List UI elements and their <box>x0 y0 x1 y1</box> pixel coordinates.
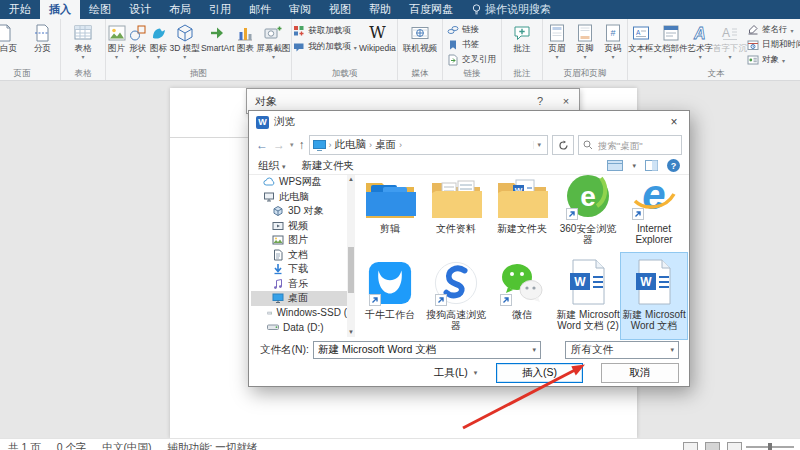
tab-references[interactable]: 引用 <box>200 0 240 19</box>
link-button[interactable]: 链接 <box>447 24 496 36</box>
tab-layout[interactable]: 布局 <box>160 0 200 19</box>
file-tile-word-doc-selected[interactable]: W 新建 Microsoft Word 文档 <box>621 253 687 339</box>
sidebar-item-this-pc[interactable]: 此电脑 <box>251 190 347 205</box>
file-tile-new-folder[interactable]: W 新建文件夹 <box>489 167 555 253</box>
page-break-button[interactable]: 分页 <box>32 20 52 54</box>
dialog-close-button[interactable]: × <box>553 95 579 107</box>
online-video-button[interactable]: 联机视频 <box>403 20 437 54</box>
web-layout-button[interactable] <box>727 442 742 450</box>
zoom-slider-knob[interactable] <box>768 443 772 450</box>
tab-home[interactable]: 开始 <box>0 0 40 19</box>
tab-design[interactable]: 设计 <box>120 0 160 19</box>
file-tile-word-doc-2[interactable]: W 新建 Microsoft Word 文档 (2) <box>555 253 621 339</box>
table-button[interactable]: 表格 ▾ <box>73 20 93 60</box>
filetype-select[interactable]: 所有文件 ▾ <box>565 341 679 359</box>
signature-line-button[interactable]: 签名行 ▾ <box>747 24 800 36</box>
scroll-down-icon[interactable]: ▼ <box>347 328 355 337</box>
search-icon <box>583 140 593 150</box>
3d-models-button[interactable]: 3D 模型 ▾ <box>170 20 200 60</box>
tools-button[interactable]: 工具(L) ▾ <box>434 366 477 380</box>
bookmark-button[interactable]: 书签 <box>447 39 496 51</box>
status-page-count[interactable]: 共 1 页 <box>8 441 41 450</box>
quick-parts-button[interactable]: 文档部件 ▾ <box>654 20 688 60</box>
drop-cap-icon: A <box>720 22 740 44</box>
history-dropdown-icon[interactable]: ▾ <box>290 141 294 149</box>
text-box-button[interactable]: A 文本框 ▾ <box>628 20 654 60</box>
status-language[interactable]: 中文(中国) <box>102 441 151 450</box>
cross-reference-icon <box>447 54 459 66</box>
cross-reference-button[interactable]: 交叉引用 <box>447 54 496 66</box>
sidebar-scrollbar[interactable]: ▲ ▼ <box>347 175 355 337</box>
pictures-button[interactable]: 图片 ▾ <box>107 20 127 60</box>
file-tile-wechat[interactable]: 微信 <box>489 253 555 339</box>
tab-review[interactable]: 审阅 <box>280 0 320 19</box>
file-tile-internet-explorer[interactable]: e Internet Explorer <box>621 167 687 253</box>
chart-button[interactable]: 图表 <box>235 20 255 54</box>
object-button[interactable]: 对象 ▾ <box>747 54 800 66</box>
dialog-help-button[interactable]: ? <box>527 95 553 107</box>
tab-view[interactable]: 视图 <box>320 0 360 19</box>
status-word-count[interactable]: 0 个字 <box>57 441 87 450</box>
screenshot-button[interactable]: 屏幕截图 ▾ <box>256 20 290 60</box>
wikipedia-button[interactable]: W Wikipedia <box>359 20 396 54</box>
file-tile-clips-folder[interactable]: 剪辑 <box>357 167 423 253</box>
back-button[interactable]: ← <box>256 138 268 152</box>
search-box[interactable] <box>578 135 682 155</box>
insert-button[interactable]: 插入(S) <box>496 363 583 383</box>
tab-baidu-netdisk[interactable]: 百度网盘 <box>400 0 462 19</box>
organize-button[interactable]: 组织 ▾ <box>258 159 285 173</box>
sidebar-item-downloads[interactable]: 下载 <box>251 262 347 277</box>
sidebar-item-wps-cloud[interactable]: WPS网盘 <box>251 175 347 190</box>
file-tile-documents-folder[interactable]: 文件资料 <box>423 167 489 253</box>
sidebar-item-music[interactable]: 音乐 <box>251 277 347 292</box>
sidebar-item-windows-ssd[interactable]: Windows-SSD ( <box>251 306 347 321</box>
footer-button[interactable]: 页脚 ▾ <box>576 20 594 60</box>
up-button[interactable]: ↑ <box>299 138 305 152</box>
scroll-up-icon[interactable]: ▲ <box>347 175 355 184</box>
my-addins-button[interactable]: 我的加载项 ▾ <box>293 41 357 53</box>
tab-draw[interactable]: 绘图 <box>80 0 120 19</box>
shapes-button[interactable]: 形状 ▾ <box>128 20 148 60</box>
file-tile-sogou-browser[interactable]: 搜狗高速浏览器 <box>423 253 489 339</box>
breadcrumb-this-pc[interactable]: 此电脑 <box>335 138 367 152</box>
tell-me-search[interactable]: 操作说明搜索 <box>462 0 561 19</box>
address-dropdown-icon[interactable]: ▾ <box>533 141 544 149</box>
new-folder-button[interactable]: 新建文件夹 <box>301 159 354 173</box>
breadcrumb-desktop[interactable]: 桌面 <box>375 138 396 152</box>
sidebar-item-data-d[interactable]: Data (D:) <box>251 320 347 335</box>
tab-mailings[interactable]: 邮件 <box>240 0 280 19</box>
page-number-button[interactable]: # 页码 ▾ <box>604 20 622 60</box>
sidebar-item-documents[interactable]: 文档 <box>251 248 347 263</box>
print-layout-button[interactable] <box>705 442 720 450</box>
zoom-slider[interactable] <box>746 446 794 448</box>
read-mode-button[interactable] <box>683 442 698 450</box>
date-time-button[interactable]: 日期和时间 <box>747 39 800 51</box>
sidebar-item-3d-objects[interactable]: 3D 对象 <box>251 204 347 219</box>
tab-help[interactable]: 帮助 <box>360 0 400 19</box>
scrollbar-thumb[interactable] <box>348 247 354 293</box>
blank-page-button[interactable]: 空白页 <box>0 20 17 54</box>
file-tile-qianniu[interactable]: 千牛工作台 <box>357 253 423 339</box>
smartart-button[interactable]: SmartArt <box>201 20 235 54</box>
address-input[interactable]: › 此电脑 › 桌面 › ▾ <box>309 135 548 155</box>
refresh-button[interactable] <box>552 135 574 155</box>
icons-button[interactable]: 图标 ▾ <box>149 20 169 60</box>
sidebar-item-videos[interactable]: 视频 <box>251 219 347 234</box>
browse-close-button[interactable]: × <box>659 111 689 133</box>
wordart-button[interactable]: A 艺术字 ▾ <box>688 20 714 60</box>
filename-dropdown-icon[interactable]: ▾ <box>532 346 540 354</box>
tab-insert[interactable]: 插入 <box>40 0 80 19</box>
sidebar-item-desktop[interactable]: 桌面 <box>251 291 347 306</box>
status-accessibility[interactable]: 辅助功能: 一切就绪 <box>167 441 257 450</box>
header-button[interactable]: 页眉 ▾ <box>548 20 566 60</box>
cancel-button[interactable]: 取消 <box>601 363 679 383</box>
blank-page-icon <box>0 22 14 44</box>
get-addins-button[interactable]: 获取加载项 <box>293 25 357 37</box>
comment-button[interactable]: 批注 <box>512 20 532 54</box>
sidebar-item-pictures[interactable]: 图片 <box>251 233 347 248</box>
filename-input[interactable] <box>314 344 532 356</box>
drop-cap-button[interactable]: A 首字下沉 ▾ <box>713 20 747 60</box>
search-input[interactable] <box>596 139 670 152</box>
forward-button[interactable]: → <box>273 138 285 152</box>
file-tile-360-browser[interactable]: e 360安全浏览器 <box>555 167 621 253</box>
